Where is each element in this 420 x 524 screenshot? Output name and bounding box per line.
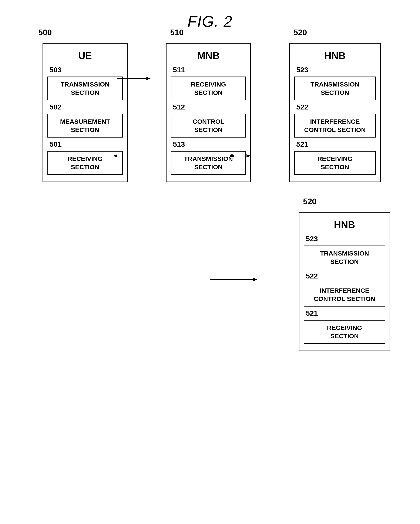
mnb-ref: 510 xyxy=(170,28,184,37)
mnb-511-ref: 511 xyxy=(171,66,246,74)
ue-receiving-section: 501 RECEIVINGSECTION xyxy=(47,140,123,175)
ue-receiving-label: RECEIVINGSECTION xyxy=(50,155,120,171)
hnb-bottom-receiving-section: 521 RECEIVINGSECTION xyxy=(304,309,385,344)
svg-marker-8 xyxy=(253,278,257,282)
ue-box: UE 503 TRANSMISSIONSECTION 502 MEASUREME… xyxy=(43,43,128,182)
mnb-513-ref: 513 xyxy=(171,140,246,148)
hnb-bottom-523-ref: 523 xyxy=(304,235,385,243)
hnb-top-interference-section: 522 INTERFERENCECONTROL SECTION xyxy=(294,103,376,138)
mnb-receiving-section: 511 RECEIVINGSECTION xyxy=(171,66,246,100)
mnb-receiving-label: RECEIVINGSECTION xyxy=(174,80,243,97)
hnb-bottom-521-ref: 521 xyxy=(304,309,385,317)
hnb-bottom-title: HNB xyxy=(304,219,385,230)
mnb-transmission-section: 513 TRANSMISSIONSECTION xyxy=(171,140,246,175)
hnb-bottom-interference-section: 522 INTERFERENCECONTROL SECTION xyxy=(304,272,385,306)
hnb-bottom-transmission-label: TRANSMISSIONSECTION xyxy=(306,249,383,266)
ue-503-ref: 503 xyxy=(47,66,123,74)
hnb-bottom-box: HNB 523 TRANSMISSIONSECTION 522 INTERFER… xyxy=(299,212,390,351)
hnb-top-interference-label: INTERFERENCECONTROL SECTION xyxy=(297,117,373,134)
hnb-top-transmission-label: TRANSMISSIONSECTION xyxy=(297,80,373,97)
hnb-bottom-522-ref: 522 xyxy=(304,272,385,280)
hnb-bottom-receiving-label: RECEIVINGSECTION xyxy=(306,323,383,340)
hnb-bottom-transmission-section: 523 TRANSMISSIONSECTION xyxy=(304,235,385,269)
ue-transmission-section: 503 TRANSMISSIONSECTION xyxy=(47,66,123,100)
mnb-transmission-label: TRANSMISSIONSECTION xyxy=(174,155,243,171)
hnb-top-ref: 520 xyxy=(294,28,307,37)
ue-502-ref: 502 xyxy=(47,103,123,111)
hnb-top-receiving-label: RECEIVINGSECTION xyxy=(297,155,373,171)
hnb-top-523-ref: 523 xyxy=(294,66,376,74)
hnb-top-title: HNB xyxy=(294,50,376,61)
ue-measurement-section: 502 MEASUREMENTSECTION xyxy=(47,103,123,138)
hnb-top-521-ref: 521 xyxy=(294,140,376,148)
ue-501-ref: 501 xyxy=(47,140,123,148)
ue-title: UE xyxy=(47,50,123,61)
mnb-control-label: CONTROLSECTION xyxy=(174,117,243,134)
hnb-top-transmission-section: 523 TRANSMISSIONSECTION xyxy=(294,66,376,100)
ue-transmission-label: TRANSMISSIONSECTION xyxy=(50,80,120,97)
ue-ref: 500 xyxy=(34,28,52,37)
hnb-bottom-interference-label: INTERFERENCECONTROL SECTION xyxy=(306,286,383,303)
hnb-top-receiving-section: 521 RECEIVINGSECTION xyxy=(294,140,376,175)
mnb-512-ref: 512 xyxy=(171,103,246,111)
mnb-control-section: 512 CONTROLSECTION xyxy=(171,103,246,138)
ue-measurement-label: MEASUREMENTSECTION xyxy=(50,117,120,134)
mnb-box: MNB 511 RECEIVINGSECTION 512 CONTROLSECT… xyxy=(166,43,251,182)
hnb-bottom-ref: 520 xyxy=(303,197,316,206)
page-title: FIG. 2 xyxy=(0,0,420,43)
hnb-top-box: HNB 523 TRANSMISSIONSECTION 522 INTERFER… xyxy=(289,43,381,182)
hnb-top-522-ref: 522 xyxy=(294,103,376,111)
mnb-title: MNB xyxy=(171,50,246,61)
